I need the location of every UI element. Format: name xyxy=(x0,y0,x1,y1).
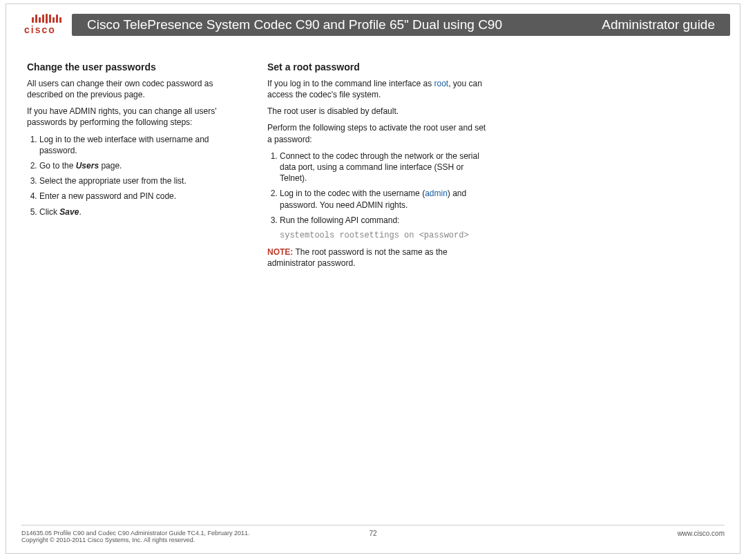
note-label: NOTE: xyxy=(267,247,293,257)
right-heading: Set a root password xyxy=(267,61,487,74)
list-item: Enter a new password and PIN code. xyxy=(39,191,247,202)
right-column: Set a root password If you log in to the… xyxy=(267,61,487,275)
list-item: Run the following API command: xyxy=(280,215,487,226)
left-p1: All users can change their own codec pas… xyxy=(27,78,247,100)
admin-link[interactable]: admin xyxy=(425,189,448,198)
note: NOTE: The root password is not the same … xyxy=(267,247,487,269)
list-item: Click Save. xyxy=(39,206,247,218)
content-area: Change the user passwords All users can … xyxy=(6,36,740,275)
brand-text: cisco xyxy=(24,24,56,35)
api-command: systemtools rootsettings on <password> xyxy=(280,230,487,241)
root-link[interactable]: root xyxy=(434,79,448,88)
list-item: Log in to the codec with the username (a… xyxy=(280,188,487,210)
footer-url[interactable]: www.cisco.com xyxy=(678,530,725,537)
page-number: 72 xyxy=(369,530,376,537)
document-page: cisco Cisco TelePresence System Codec C9… xyxy=(6,3,740,554)
list-item: Log in to the web interface with usernam… xyxy=(39,134,247,156)
left-heading: Change the user passwords xyxy=(27,61,247,74)
doc-title: Cisco TelePresence System Codec C90 and … xyxy=(87,17,502,32)
right-p2: The root user is disabled by default. xyxy=(267,106,487,117)
right-p3: Perform the following steps to activate … xyxy=(267,122,487,144)
footer-left: D14635.05 Profile C90 and Codec C90 Admi… xyxy=(21,530,250,543)
right-p1: If you log in to the command line interf… xyxy=(267,78,487,100)
doc-subtitle: Administrator guide xyxy=(602,17,715,32)
cisco-logo: cisco xyxy=(24,14,68,35)
left-p2: If you have ADMIN rights, you can change… xyxy=(27,106,247,128)
header-band: Cisco TelePresence System Codec C90 and … xyxy=(72,14,730,36)
list-item: Connect to the codec through the network… xyxy=(280,151,487,184)
list-item: Go to the Users page. xyxy=(39,160,247,171)
footer: D14635.05 Profile C90 and Codec C90 Admi… xyxy=(21,525,725,543)
right-steps: Connect to the codec through the network… xyxy=(267,151,487,226)
left-column: Change the user passwords All users can … xyxy=(27,61,247,275)
left-steps: Log in to the web interface with usernam… xyxy=(27,134,247,218)
list-item: Select the appropriate user from the lis… xyxy=(39,175,247,186)
